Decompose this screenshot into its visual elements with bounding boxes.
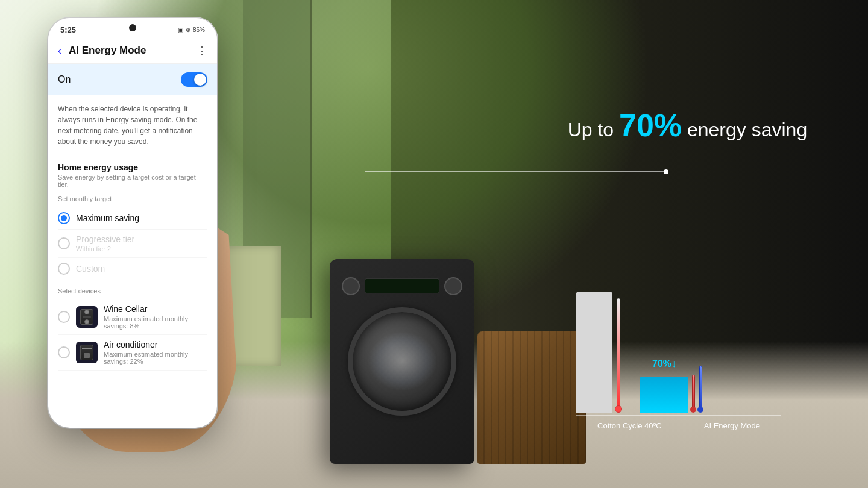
energy-suffix: energy saving xyxy=(687,119,807,140)
energy-percent: 70% xyxy=(619,108,682,143)
signal-icon: ▣ xyxy=(178,27,183,33)
device-wine-cellar[interactable]: Wine Cellar Maximum estimated monthly sa… xyxy=(58,299,207,335)
bar-cotton-main xyxy=(576,292,612,413)
chart-baseline xyxy=(576,415,781,416)
connector-dot xyxy=(664,169,668,174)
camera-notch xyxy=(129,24,136,31)
status-time: 5:25 xyxy=(60,25,76,34)
app-title: AI Energy Mode xyxy=(69,45,189,57)
bar-ai-thermometer-blue xyxy=(698,366,703,413)
wm-display xyxy=(365,278,439,293)
radio-circle-prog xyxy=(58,237,70,249)
ac-icon xyxy=(76,342,98,363)
wm-door xyxy=(348,307,456,416)
wine-cellar-icon xyxy=(76,306,98,328)
select-devices-section: Select devices Wine Cellar Maximum estim… xyxy=(48,283,217,373)
more-menu-button[interactable]: ⋮ xyxy=(197,44,207,57)
wine-cellar-name: Wine Cellar xyxy=(104,304,207,314)
toggle-row: On xyxy=(48,64,217,95)
radio-text-prog: Progressive tier xyxy=(76,234,134,244)
home-energy-title: Home energy usage xyxy=(58,163,207,172)
phone-container: 5:25 ▣ ⊕ 86% ‹ AI Energy Mode ⋮ On When … xyxy=(48,18,217,428)
device-air-conditioner[interactable]: Air conditioner Maximum estimated monthl… xyxy=(58,335,207,371)
radio-dot-max xyxy=(61,215,67,221)
radio-text-max: Maximum saving xyxy=(76,213,139,223)
toggle-thumb xyxy=(194,74,206,86)
bar-ai-thermometer-red xyxy=(691,375,696,413)
toggle-switch[interactable] xyxy=(181,72,207,87)
energy-chart: 70%↓ Cotton Cycle 40ºC AI Energy Mode xyxy=(576,280,781,449)
wine-cellar-savings: Maximum estimated monthly savings: 8% xyxy=(104,315,207,330)
bar-cotton-thermometer xyxy=(615,298,622,413)
select-devices-label: Select devices xyxy=(58,287,207,295)
bar-ai-main: 70%↓ xyxy=(640,377,688,413)
monthly-target-section: Set monthly target Maximum saving Progre… xyxy=(48,190,217,283)
energy-saving-headline: Up to 70% energy saving xyxy=(568,107,808,143)
wine-cellar-info: Wine Cellar Maximum estimated monthly sa… xyxy=(104,304,207,330)
wm-knob-2 xyxy=(444,277,462,295)
radio-maximum-saving[interactable]: Maximum saving xyxy=(58,207,207,230)
radio-custom[interactable]: Custom xyxy=(58,258,207,280)
ac-savings: Maximum estimated monthly savings: 22% xyxy=(104,351,207,365)
description-text: When the selected device is operating, i… xyxy=(48,95,217,155)
chart-label-ai: AI Energy Mode xyxy=(704,421,760,431)
device-radio-wine xyxy=(58,311,70,323)
device-radio-ac xyxy=(58,346,70,358)
bar-percent-badge: 70%↓ xyxy=(652,358,676,369)
battery-text: 86% xyxy=(193,27,205,33)
radio-circle-custom xyxy=(58,263,70,275)
home-energy-section: Home energy usage Save energy by setting… xyxy=(48,155,217,190)
chart-label-cotton: Cotton Cycle 40ºC xyxy=(597,421,662,431)
air-conditioner-info: Air conditioner Maximum estimated monthl… xyxy=(104,340,207,365)
chart-labels: Cotton Cycle 40ºC AI Energy Mode xyxy=(576,421,781,431)
washing-machine xyxy=(330,259,474,464)
back-button[interactable]: ‹ xyxy=(58,45,61,57)
home-energy-subtitle: Save energy by setting a target cost or … xyxy=(58,174,207,188)
status-icons: ▣ ⊕ 86% xyxy=(178,27,205,33)
chart-bar-ai: 70%↓ xyxy=(640,292,703,413)
app-header: ‹ AI Energy Mode ⋮ xyxy=(48,38,217,64)
wifi-icon: ⊕ xyxy=(186,27,190,33)
toggle-label: On xyxy=(58,74,71,85)
wicker-basket xyxy=(477,331,586,464)
connector-line xyxy=(365,171,668,172)
radio-circle-max xyxy=(58,212,70,224)
radio-progressive-tier[interactable]: Progressive tier Within tier 2 xyxy=(58,230,207,258)
wm-knob xyxy=(342,277,360,295)
monthly-target-label: Set monthly target xyxy=(58,195,207,202)
chart-bar-cotton xyxy=(576,292,622,413)
ac-name: Air conditioner xyxy=(104,340,207,349)
radio-subtext-prog: Within tier 2 xyxy=(76,245,134,252)
phone-frame: 5:25 ▣ ⊕ 86% ‹ AI Energy Mode ⋮ On When … xyxy=(48,18,217,428)
radio-text-custom: Custom xyxy=(76,264,105,274)
